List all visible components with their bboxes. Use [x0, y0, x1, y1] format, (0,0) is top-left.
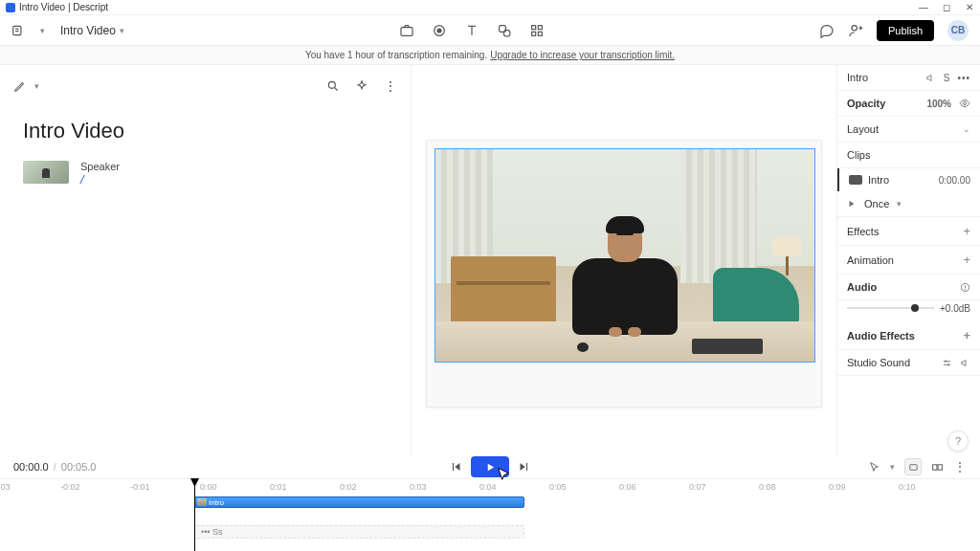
menu-icon[interactable]: [11, 24, 25, 37]
svg-point-9: [503, 30, 510, 36]
ruler-tick: 0:06: [619, 482, 636, 492]
more-vertical-icon[interactable]: ⋮: [953, 459, 967, 474]
search-icon[interactable]: [326, 79, 340, 93]
svg-rect-10: [532, 25, 536, 29]
audio-info-icon[interactable]: [960, 282, 970, 293]
scene-thumbnail[interactable]: [23, 161, 69, 184]
comment-icon[interactable]: [819, 23, 835, 38]
view-mode-1-button[interactable]: [904, 458, 922, 475]
publish-button[interactable]: Publish: [877, 20, 934, 41]
skip-back-button[interactable]: [450, 460, 463, 474]
chevron-down-icon[interactable]: ▾: [897, 199, 902, 209]
mute-icon[interactable]: [960, 358, 970, 368]
ruler-tick: 0:04: [479, 482, 497, 492]
record-icon[interactable]: [432, 23, 447, 38]
chevron-down-icon[interactable]: ▾: [34, 81, 39, 91]
scene-name[interactable]: Intro: [847, 72, 868, 83]
more-horizontal-icon[interactable]: •••: [957, 73, 970, 83]
user-avatar[interactable]: CB: [947, 20, 969, 41]
effects-label: Effects: [847, 226, 879, 237]
ruler-tick: 0:09: [829, 482, 846, 492]
speaker-toggle-icon[interactable]: [925, 73, 936, 83]
canvas-card[interactable]: [426, 140, 822, 408]
cursor-tool-icon[interactable]: [868, 461, 880, 474]
speaker-label[interactable]: Speaker: [80, 161, 120, 172]
svg-point-5: [437, 29, 441, 33]
shapes-icon[interactable]: [497, 23, 512, 38]
ruler-tick: 0:07: [689, 482, 706, 492]
svg-point-19: [964, 102, 967, 105]
clip-item[interactable]: Intro 0:00.00: [837, 168, 980, 191]
ruler-tick: -0:02: [60, 482, 80, 492]
svg-point-14: [852, 25, 857, 30]
top-toolbar: ▾ Intro Video ▾ Publish CB: [0, 15, 980, 46]
window-close-button[interactable]: ✕: [965, 3, 974, 12]
animation-label: Animation: [847, 254, 894, 266]
add-audio-effect-button[interactable]: +: [963, 328, 970, 342]
ruler-tick: 0:08: [759, 482, 776, 492]
settings-icon[interactable]: [942, 358, 952, 368]
audio-label: Audio: [847, 281, 877, 293]
play-mode-icon[interactable]: [847, 199, 857, 209]
window-title: Intro Video | Descript: [19, 2, 919, 12]
timeline-clip[interactable]: Intro: [194, 496, 524, 508]
project-name-dropdown[interactable]: Intro Video ▾: [60, 24, 124, 37]
view-mode-2-button[interactable]: [931, 461, 944, 474]
canvas-area: [412, 65, 836, 455]
skip-forward-button[interactable]: [517, 460, 530, 474]
playback-bar: 00:00.0 / 00:05.0 ▾ ⋮: [0, 455, 980, 478]
play-button[interactable]: [471, 456, 509, 477]
layout-label[interactable]: Layout: [847, 123, 879, 135]
document-title[interactable]: Intro Video: [13, 119, 397, 143]
script-panel: ▾ ⋮ Intro Video Speaker /: [0, 65, 412, 455]
video-preview[interactable]: [434, 148, 815, 363]
script-cursor[interactable]: /: [80, 172, 120, 187]
timeline-placeholder-track[interactable]: [194, 525, 524, 539]
more-icon[interactable]: ⋮: [384, 78, 397, 94]
timeline-ruler[interactable]: -0:03-0:02-0:010:000:010:020:030:040:050…: [0, 479, 980, 496]
opacity-label: Opacity: [847, 98, 885, 109]
app-icon: [6, 3, 15, 12]
chevron-down-icon: ▾: [40, 26, 45, 35]
ruler-tick: 0:01: [270, 482, 287, 492]
audio-gain-slider[interactable]: [847, 307, 934, 309]
camera-icon[interactable]: [399, 23, 414, 38]
ruler-tick: 0:05: [549, 482, 567, 492]
opacity-value[interactable]: 100%: [926, 99, 951, 109]
timeline[interactable]: -0:03-0:02-0:010:000:010:020:030:040:050…: [0, 478, 980, 551]
ruler-tick: 0:03: [410, 482, 427, 492]
text-icon[interactable]: [464, 23, 479, 38]
svg-point-26: [947, 364, 949, 365]
ruler-tick: -0:01: [130, 482, 150, 492]
visibility-icon[interactable]: [959, 98, 970, 109]
playhead[interactable]: [194, 479, 195, 551]
window-titlebar: Intro Video | Descript — ◻ ✕: [0, 0, 980, 15]
share-icon[interactable]: [848, 23, 863, 38]
repeat-value[interactable]: Once: [864, 198, 889, 209]
clip-time: 0:00.00: [939, 175, 970, 186]
sparkle-icon[interactable]: [355, 79, 368, 93]
timeline-clip-label: Intro: [209, 498, 224, 507]
ruler-tick: 0:10: [899, 482, 916, 492]
studio-sound-label[interactable]: Studio Sound: [847, 357, 910, 368]
banner-upgrade-link[interactable]: Upgrade to increase your transcription l…: [490, 50, 675, 60]
add-animation-button[interactable]: +: [963, 253, 970, 267]
svg-rect-28: [933, 464, 937, 469]
svg-rect-12: [532, 32, 536, 35]
scene-letter[interactable]: S: [944, 73, 950, 83]
help-button[interactable]: ?: [947, 430, 969, 452]
chevron-down-icon[interactable]: ▾: [890, 462, 895, 472]
duration-time: 00:05.0: [61, 461, 97, 473]
add-effect-button[interactable]: +: [963, 224, 970, 238]
svg-rect-13: [538, 32, 542, 35]
chevron-down-icon[interactable]: ⌄: [963, 124, 970, 134]
window-maximize-button[interactable]: ◻: [942, 3, 951, 12]
clips-label: Clips: [847, 149, 870, 161]
time-separator: /: [54, 461, 56, 473]
window-minimize-button[interactable]: —: [919, 3, 928, 12]
grid-icon[interactable]: [529, 23, 545, 38]
audio-effects-label: Audio Effects: [847, 330, 915, 342]
pen-icon[interactable]: [13, 79, 27, 93]
banner-text: You have 1 hour of transcription remaini…: [305, 50, 487, 60]
svg-rect-11: [538, 25, 542, 29]
